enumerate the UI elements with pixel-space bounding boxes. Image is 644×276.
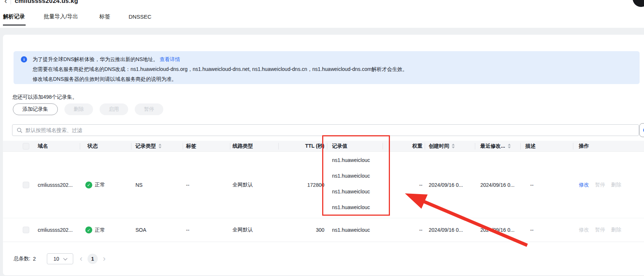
status-badge: 正常 bbox=[95, 182, 105, 188]
tag-cell: -- bbox=[186, 227, 223, 233]
sort-icon[interactable] bbox=[159, 144, 161, 148]
header-modified-label: 最近修改... bbox=[480, 143, 505, 150]
header-created-label: 创建时间 bbox=[429, 143, 449, 150]
header-status: 状态 bbox=[88, 143, 128, 150]
records-table: 域名 状态 记录类型 标签 线路类型 TTL (秒) 记录值 权重 创建时间 最… bbox=[3, 141, 644, 242]
record-value: ns1.huaweiclouc bbox=[332, 227, 388, 233]
active-tab-underline bbox=[3, 24, 26, 26]
banner-line-2: 您需要在域名服务商处把域名的DNS改成：ns1.huaweicloud-dns.… bbox=[33, 64, 633, 74]
header-created-time: 创建时间 bbox=[429, 143, 476, 150]
pagination: 总条数: 2 10 ‹ 1 › bbox=[14, 253, 105, 265]
delete-link[interactable]: 删除 bbox=[611, 227, 621, 233]
search-icon bbox=[17, 128, 22, 133]
header-modified-time: 最近修改... bbox=[480, 143, 524, 150]
content-card: i 为了提升全球DNS解析体验，华为云推出新的NS地址。 查看详情 您需要在域名… bbox=[3, 35, 644, 275]
row-checkbox[interactable] bbox=[23, 182, 29, 188]
table-row-ns: cmliussss202... ✓ 正常 NS -- 全网默认 172800 n… bbox=[3, 152, 644, 218]
header-domain: 域名 bbox=[38, 143, 81, 150]
pause-link[interactable]: 暂停 bbox=[595, 227, 605, 233]
created-time-cell: 2024/09/16 0... bbox=[429, 182, 476, 188]
back-icon[interactable]: ‹ bbox=[4, 0, 7, 5]
column-divider bbox=[230, 143, 230, 150]
title-divider bbox=[11, 0, 11, 4]
select-all-checkbox[interactable] bbox=[23, 143, 29, 150]
banner-line-3: 修改域名DNS服务器的生效时间请以域名服务商处的说明为准。 bbox=[33, 74, 633, 84]
tab-bar: 解析记录 批量导入/导出 标签 DNSSEC bbox=[3, 13, 152, 20]
delete-button[interactable]: 删除 bbox=[64, 103, 93, 115]
sort-icon[interactable] bbox=[508, 144, 511, 148]
total-count-value: 2 bbox=[33, 256, 36, 262]
total-count-label: 总条数: bbox=[14, 256, 30, 262]
column-divider bbox=[131, 143, 131, 150]
modify-link[interactable]: 修改 bbox=[579, 227, 589, 233]
ttl-cell: 300 bbox=[256, 227, 324, 233]
column-divider bbox=[573, 143, 573, 150]
status-ok-icon: ✓ bbox=[85, 227, 92, 234]
record-value: ns1.huaweiclouc bbox=[332, 173, 370, 179]
record-value: ns1.huaweiclouc bbox=[332, 204, 370, 210]
description-cell: -- bbox=[525, 182, 566, 188]
column-divider bbox=[183, 143, 183, 150]
current-page-button[interactable]: 1 bbox=[88, 254, 98, 264]
tab-batch-import-export[interactable]: 批量导入/导出 bbox=[44, 13, 78, 20]
enable-button[interactable]: 启用 bbox=[100, 103, 128, 115]
record-value: ns1.huaweiclouc bbox=[332, 157, 370, 163]
search-input[interactable] bbox=[26, 127, 634, 133]
record-type-cell: SOA bbox=[135, 227, 176, 233]
prev-page-button[interactable]: ‹ bbox=[80, 255, 82, 262]
modify-link[interactable]: 修改 bbox=[579, 182, 589, 188]
toolbar: 添加记录集 删除 启用 暂停 bbox=[13, 103, 163, 115]
description-cell: -- bbox=[525, 227, 566, 233]
tab-tags[interactable]: 标签 bbox=[99, 13, 110, 20]
tab-dnssec[interactable]: DNSSEC bbox=[129, 14, 152, 20]
pause-button[interactable]: 暂停 bbox=[135, 103, 163, 115]
table-header: 域名 状态 记录类型 标签 线路类型 TTL (秒) 记录值 权重 创建时间 最… bbox=[3, 141, 644, 152]
page-size-select[interactable]: 10 bbox=[47, 253, 73, 264]
operation-cell: 修改 暂停 删除 bbox=[579, 182, 641, 188]
banner-line-1-text: 为了提升全球DNS解析体验，华为云推出新的NS地址。 bbox=[33, 56, 158, 62]
record-values-cell: ns1.huaweiclouc ns1.huaweiclouc ns1.huaw… bbox=[332, 152, 388, 218]
status-badge: 正常 bbox=[95, 227, 105, 233]
add-record-set-button[interactable]: 添加记录集 bbox=[13, 103, 58, 115]
row-checkbox[interactable] bbox=[23, 227, 29, 233]
tab-resolution-records[interactable]: 解析记录 bbox=[3, 13, 25, 20]
next-page-button[interactable]: › bbox=[103, 255, 105, 262]
column-divider bbox=[425, 143, 425, 150]
banner-line-1: 为了提升全球DNS解析体验，华为云推出新的NS地址。 查看详情 bbox=[33, 54, 633, 64]
page-title: cmliussss2024.us.kg bbox=[15, 0, 78, 5]
chevron-down-icon bbox=[63, 256, 67, 260]
status-ok-icon: ✓ bbox=[85, 181, 92, 188]
status-cell: ✓ 正常 bbox=[85, 181, 126, 188]
domain-cell[interactable]: cmliussss202... bbox=[38, 182, 81, 188]
delete-link[interactable]: 删除 bbox=[611, 182, 621, 188]
created-time-cell: 2024/09/16 0... bbox=[429, 227, 476, 233]
modified-time-cell: 2024/09/16 0... bbox=[480, 227, 524, 233]
header-record-value: 记录值 bbox=[332, 143, 388, 150]
header-description: 描述 bbox=[525, 143, 566, 150]
status-cell: ✓ 正常 bbox=[85, 227, 126, 234]
record-value: ns1.huaweiclouc bbox=[332, 189, 370, 194]
info-banner: i 为了提升全球DNS解析体验，华为云推出新的NS地址。 查看详情 您需要在域名… bbox=[14, 51, 640, 84]
search-box[interactable] bbox=[12, 124, 639, 136]
header-operation: 操作 bbox=[579, 143, 641, 150]
header-tag: 标签 bbox=[186, 143, 223, 150]
pause-link[interactable]: 暂停 bbox=[595, 182, 605, 188]
page-size-value: 10 bbox=[53, 256, 59, 262]
weight-cell: -- bbox=[398, 227, 422, 233]
header-ttl: TTL (秒) bbox=[256, 143, 324, 150]
domain-cell[interactable]: cmliussss202... bbox=[38, 227, 81, 233]
tag-cell: -- bbox=[186, 182, 223, 188]
modified-time-cell: 2024/09/16 0... bbox=[480, 182, 524, 188]
header-weight: 权重 bbox=[398, 143, 422, 150]
weight-cell: -- bbox=[398, 182, 422, 188]
sort-icon[interactable] bbox=[452, 144, 455, 148]
header-record-type-label: 记录类型 bbox=[135, 143, 156, 150]
view-details-link[interactable]: 查看详情 bbox=[160, 56, 180, 62]
dns-record-page: ‹ cmliussss2024.us.kg 解析记录 批量导入/导出 标签 DN… bbox=[0, 0, 644, 276]
operation-cell: 修改 暂停 删除 bbox=[579, 227, 641, 233]
column-divider bbox=[327, 143, 327, 150]
corner-avatar[interactable] bbox=[633, 0, 644, 7]
search-helper-button[interactable] bbox=[639, 123, 644, 137]
table-row-soa: cmliussss202... ✓ 正常 SOA -- 全网默认 300 ns1… bbox=[3, 218, 644, 242]
record-type-cell: NS bbox=[135, 182, 176, 188]
